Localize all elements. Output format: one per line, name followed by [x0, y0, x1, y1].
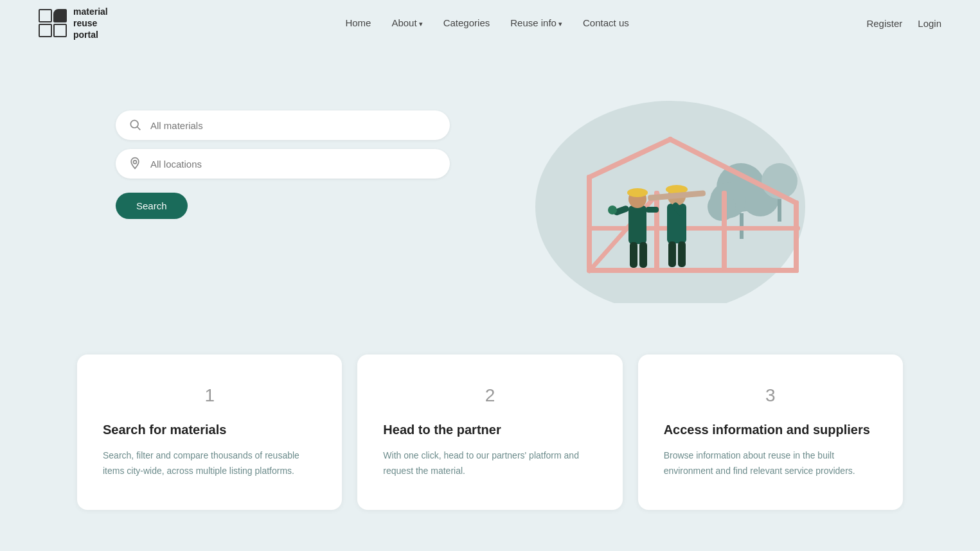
card-1-title: Search for materials	[103, 421, 316, 438]
svg-rect-23	[629, 190, 646, 194]
nav-item-about[interactable]: About	[391, 17, 422, 28]
locations-input[interactable]	[150, 159, 437, 170]
svg-rect-13	[794, 200, 799, 273]
navbar: materialreuseportal Home About Categorie…	[0, 0, 980, 46]
svg-rect-20	[628, 206, 646, 244]
card-2-number: 2	[383, 385, 596, 406]
hero-illustration	[450, 85, 864, 303]
search-section: Search	[116, 85, 450, 219]
card-1-desc: Search, filter and compare thousands of …	[103, 448, 316, 479]
nav-item-home[interactable]: Home	[345, 17, 371, 28]
svg-rect-9	[778, 199, 781, 222]
nav-links: Home About Categories Reuse info Contact…	[345, 17, 628, 29]
svg-rect-15	[722, 191, 727, 271]
logo-icon	[39, 9, 67, 37]
nav-item-contact-us[interactable]: Contact us	[583, 17, 629, 28]
svg-rect-12	[587, 175, 592, 270]
svg-rect-18	[587, 226, 800, 231]
card-3: 3 Access information and suppliers Brows…	[638, 354, 903, 510]
svg-rect-25	[646, 207, 659, 213]
logo[interactable]: materialreuseportal	[39, 6, 108, 41]
nav-auth: Register Login	[866, 18, 941, 29]
register-link[interactable]: Register	[866, 18, 902, 29]
svg-rect-32	[668, 187, 686, 191]
svg-rect-27	[639, 242, 647, 268]
svg-rect-36	[678, 241, 686, 267]
card-2: 2 Head to the partner With one click, he…	[357, 354, 622, 510]
svg-point-2	[134, 161, 137, 164]
search-icon	[129, 118, 143, 132]
illustration-svg	[503, 85, 812, 303]
card-2-title: Head to the partner	[383, 421, 596, 438]
cards-grid: 1 Search for materials Search, filter an…	[77, 354, 903, 510]
logo-text: materialreuseportal	[73, 6, 108, 41]
location-icon	[129, 157, 143, 171]
card-3-title: Access information and suppliers	[664, 421, 877, 438]
card-1-number: 1	[103, 385, 316, 406]
card-1: 1 Search for materials Search, filter an…	[77, 354, 342, 510]
nav-item-reuse-info[interactable]: Reuse info	[510, 17, 562, 28]
card-3-number: 3	[664, 385, 877, 406]
card-2-desc: With one click, head to our partners' pl…	[383, 448, 596, 479]
svg-rect-35	[668, 241, 676, 267]
svg-point-0	[130, 120, 138, 128]
svg-rect-26	[630, 242, 637, 268]
hero-section: Search	[0, 46, 980, 354]
svg-rect-14	[654, 191, 659, 271]
materials-input[interactable]	[150, 120, 437, 131]
search-button[interactable]: Search	[116, 193, 188, 219]
nav-item-categories[interactable]: Categories	[443, 17, 490, 28]
login-link[interactable]: Login	[918, 18, 941, 29]
svg-point-28	[608, 206, 617, 214]
svg-rect-11	[587, 268, 799, 273]
cards-section: 1 Search for materials Search, filter an…	[0, 354, 980, 548]
svg-line-1	[138, 127, 141, 130]
location-search-box	[116, 149, 450, 179]
card-3-desc: Browse information about reuse in the bu…	[664, 448, 877, 479]
illustration-wrapper	[503, 85, 812, 303]
materials-search-box	[116, 110, 450, 140]
